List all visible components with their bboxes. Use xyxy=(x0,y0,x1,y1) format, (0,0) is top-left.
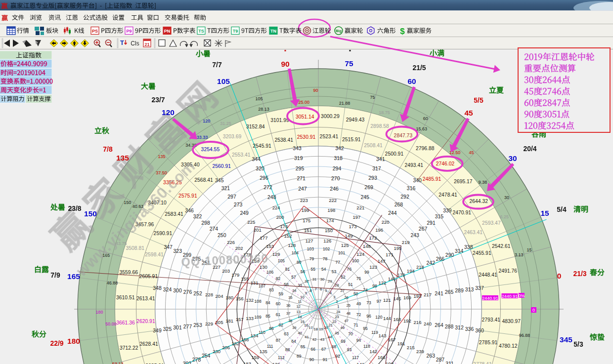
svg-text:250: 250 xyxy=(218,232,226,238)
svg-text:19: 19 xyxy=(319,327,323,331)
svg-text:9: 9 xyxy=(305,291,307,295)
svg-text:50.00: 50.00 xyxy=(105,322,117,326)
svg-text:121: 121 xyxy=(383,297,391,303)
svg-text:33.33: 33.33 xyxy=(197,135,208,140)
svg-text:120: 120 xyxy=(375,315,382,320)
svg-text:67: 67 xyxy=(321,347,326,352)
svg-text:38: 38 xyxy=(288,319,292,323)
svg-text:0: 0 xyxy=(532,308,535,313)
svg-text:142: 142 xyxy=(369,349,377,354)
svg-text:179: 179 xyxy=(231,272,239,278)
svg-text:245: 245 xyxy=(360,194,369,200)
svg-text:136: 136 xyxy=(272,362,280,364)
svg-text:97: 97 xyxy=(377,299,382,304)
svg-text:2553.41: 2553.41 xyxy=(232,152,251,158)
svg-text:325: 325 xyxy=(163,326,172,332)
svg-text:92: 92 xyxy=(336,354,341,359)
svg-text:3101.99: 3101.99 xyxy=(270,118,289,123)
svg-text:99: 99 xyxy=(364,270,369,275)
svg-text:271: 271 xyxy=(297,175,306,181)
svg-text:0: 0 xyxy=(557,272,562,280)
svg-text:3661.36: 3661.36 xyxy=(116,320,135,325)
svg-text:169: 169 xyxy=(403,295,411,300)
svg-text:145: 145 xyxy=(393,296,401,301)
svg-text:61: 61 xyxy=(276,312,281,317)
svg-text:180: 180 xyxy=(225,295,233,300)
svg-text:55: 55 xyxy=(311,267,316,272)
svg-text:107: 107 xyxy=(259,283,265,288)
svg-text:45: 45 xyxy=(464,109,473,117)
svg-text:123: 123 xyxy=(369,264,377,270)
svg-text:7/8: 7/8 xyxy=(103,145,113,153)
svg-text:2545.91: 2545.91 xyxy=(253,143,271,149)
svg-text:84: 84 xyxy=(265,300,270,305)
svg-text:62: 62 xyxy=(278,323,283,327)
svg-text:201: 201 xyxy=(254,227,262,233)
svg-text:150: 150 xyxy=(84,209,97,218)
svg-text:338: 338 xyxy=(464,244,473,250)
svg-text:174: 174 xyxy=(326,218,334,223)
svg-text:21/5: 21/5 xyxy=(412,64,426,72)
svg-text:274: 274 xyxy=(210,226,219,232)
svg-text:7/9: 7/9 xyxy=(50,271,60,279)
svg-text:10: 10 xyxy=(301,295,305,299)
svg-text:205: 205 xyxy=(216,320,223,325)
svg-text:172: 172 xyxy=(369,235,377,241)
svg-text:198: 198 xyxy=(327,207,335,213)
svg-text:20: 20 xyxy=(324,325,328,330)
svg-text:263: 263 xyxy=(427,353,436,359)
svg-text:82: 82 xyxy=(276,276,281,281)
svg-text:129: 129 xyxy=(272,251,280,257)
svg-text:287: 287 xyxy=(436,357,445,363)
svg-text:225: 225 xyxy=(247,219,255,225)
svg-text:2448.41: 2448.41 xyxy=(479,272,497,278)
svg-text:315: 315 xyxy=(435,213,444,219)
svg-text:296: 296 xyxy=(260,175,268,181)
svg-text:2575.91: 2575.91 xyxy=(178,193,197,199)
svg-text:2440.91: 2440.91 xyxy=(502,294,518,299)
svg-text:2644.32: 2644.32 xyxy=(469,199,488,204)
svg-text:291: 291 xyxy=(427,220,436,226)
svg-text:348: 348 xyxy=(153,285,162,291)
svg-text:2515.91: 2515.91 xyxy=(342,137,361,142)
svg-text:143: 143 xyxy=(379,333,387,338)
svg-text:243: 243 xyxy=(410,232,419,238)
svg-text:53: 53 xyxy=(332,269,337,274)
svg-text:2590.91: 2590.91 xyxy=(154,231,173,236)
svg-text:180: 180 xyxy=(95,310,103,315)
svg-text:220: 220 xyxy=(382,219,390,225)
svg-text:54: 54 xyxy=(321,267,326,272)
svg-text:294: 294 xyxy=(333,165,342,171)
svg-text:75: 75 xyxy=(370,95,375,100)
svg-text:323: 323 xyxy=(174,248,182,254)
svg-text:339: 339 xyxy=(443,207,452,213)
svg-text:30: 30 xyxy=(508,154,517,162)
svg-text:98: 98 xyxy=(372,283,377,288)
svg-text:T9: T9 xyxy=(233,29,238,34)
svg-text:86: 86 xyxy=(269,326,274,331)
svg-text:149: 149 xyxy=(345,233,353,239)
svg-text:343: 343 xyxy=(293,145,302,151)
svg-text:228: 228 xyxy=(205,292,213,297)
svg-text:2440.91: 2440.91 xyxy=(482,296,498,301)
svg-text:345: 345 xyxy=(560,335,572,344)
svg-text:295: 295 xyxy=(296,165,305,171)
svg-text:219: 219 xyxy=(402,240,410,245)
svg-text:341: 341 xyxy=(376,156,385,162)
svg-text:222: 222 xyxy=(329,198,337,203)
svg-text:177: 177 xyxy=(260,235,268,241)
svg-text:128: 128 xyxy=(288,243,296,248)
svg-text:3712.22: 3712.22 xyxy=(120,345,138,351)
svg-text:26: 26 xyxy=(345,295,349,300)
svg-text:3203.69: 3203.69 xyxy=(223,134,242,139)
svg-text:42: 42 xyxy=(312,337,316,342)
svg-text:30: 30 xyxy=(504,195,509,200)
svg-text:166: 166 xyxy=(378,355,386,360)
svg-text:24: 24 xyxy=(336,310,340,314)
svg-text:2560.91: 2560.91 xyxy=(213,163,231,169)
svg-text:68: 68 xyxy=(332,344,337,349)
svg-text:2796.88: 2796.88 xyxy=(416,146,435,151)
svg-text:190: 190 xyxy=(386,361,394,364)
svg-text:3051.14: 3051.14 xyxy=(296,114,314,120)
svg-text:289: 289 xyxy=(455,287,464,293)
